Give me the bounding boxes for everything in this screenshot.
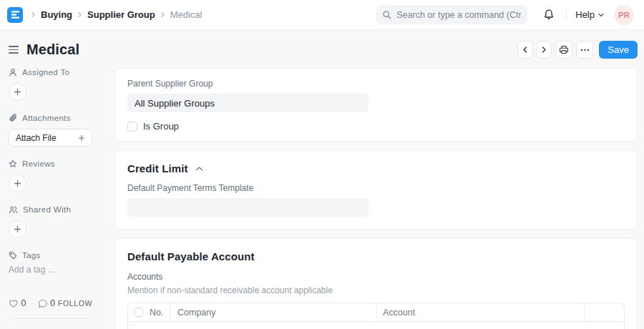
attachments-section: Attachments bbox=[9, 114, 104, 122]
chevron-right-icon bbox=[77, 11, 83, 18]
dot-separator: · bbox=[30, 298, 33, 308]
sidebar-divider bbox=[9, 318, 92, 319]
plus-icon bbox=[14, 225, 21, 233]
tags-label: Tags bbox=[22, 251, 41, 260]
accounts-label: Accounts bbox=[127, 272, 625, 282]
previous-document-button[interactable] bbox=[517, 41, 533, 59]
sidebar-toggle-button[interactable] bbox=[7, 43, 23, 57]
star-icon bbox=[9, 159, 17, 168]
attach-file-label: Attach File bbox=[16, 133, 57, 143]
chevron-right-icon bbox=[540, 46, 547, 54]
select-all-checkbox[interactable] bbox=[134, 308, 143, 317]
print-button[interactable] bbox=[555, 41, 572, 59]
comment-icon[interactable] bbox=[38, 299, 47, 308]
assigned-to-label: Assigned To bbox=[22, 68, 69, 77]
tag-icon bbox=[9, 251, 17, 260]
search-icon bbox=[382, 10, 391, 19]
add-assignment-button[interactable] bbox=[9, 83, 26, 101]
printer-icon bbox=[559, 45, 569, 54]
header-cell-account: Account bbox=[377, 303, 585, 321]
paperclip-icon bbox=[9, 114, 17, 122]
no-column-label: No. bbox=[150, 308, 163, 318]
breadcrumb-buying[interactable]: Buying bbox=[41, 9, 72, 20]
breadcrumb-supplier-group[interactable]: Supplier Group bbox=[87, 9, 155, 20]
attachments-label: Attachments bbox=[22, 114, 71, 122]
header-cell-settings[interactable] bbox=[585, 303, 624, 321]
is-group-checkbox[interactable] bbox=[127, 122, 137, 132]
parent-supplier-group-value: All Supplier Groups bbox=[135, 98, 215, 109]
user-avatar[interactable]: PR bbox=[614, 5, 634, 25]
chevron-left-icon bbox=[522, 46, 529, 54]
assigned-to-section: Assigned To bbox=[9, 68, 104, 77]
add-review-button[interactable] bbox=[9, 175, 26, 192]
credit-limit-header[interactable]: Credit Limit bbox=[127, 162, 625, 175]
help-label: Help bbox=[575, 9, 595, 20]
shared-with-section: Shared With bbox=[9, 205, 104, 214]
payment-terms-label: Default Payment Terms Template bbox=[127, 183, 625, 193]
section-details: Parent Supplier Group All Supplier Group… bbox=[114, 68, 638, 142]
chevron-up-icon[interactable] bbox=[195, 166, 203, 172]
accounts-description: Mention if non-standard receivable accou… bbox=[127, 285, 625, 295]
navbar-left: Buying Supplier Group Medical bbox=[7, 7, 202, 23]
social-row: 0 · 0 FOLLOW bbox=[9, 298, 92, 308]
header-cell-company: Company bbox=[170, 303, 377, 321]
add-share-button[interactable] bbox=[9, 220, 26, 238]
navbar-divider bbox=[566, 9, 567, 21]
chevron-right-icon bbox=[160, 11, 166, 18]
search-input[interactable] bbox=[396, 10, 521, 20]
app-window: Buying Supplier Group Medical Help PR bbox=[0, 0, 644, 329]
navbar: Buying Supplier Group Medical Help PR bbox=[0, 0, 644, 30]
attach-file-button[interactable]: Attach File bbox=[9, 129, 92, 147]
form-sidebar: Assigned To Attachments Attach File Revi… bbox=[9, 68, 104, 329]
page-title: Medical bbox=[26, 41, 79, 58]
shared-with-label: Shared With bbox=[23, 205, 71, 214]
tags-section: Tags bbox=[9, 251, 104, 260]
default-payment-terms-field[interactable] bbox=[127, 198, 369, 217]
reviews-section: Reviews bbox=[9, 159, 104, 168]
payable-account-title: Default Payable Account bbox=[127, 250, 255, 262]
is-group-label: Is Group bbox=[143, 121, 179, 132]
ellipsis-icon bbox=[580, 49, 590, 51]
follow-button[interactable]: FOLLOW bbox=[58, 299, 92, 308]
credit-limit-title: Credit Limit bbox=[127, 162, 188, 175]
add-tag-input[interactable]: Add a tag ... bbox=[9, 265, 104, 275]
breadcrumb-current: Medical bbox=[170, 9, 203, 20]
next-document-button[interactable] bbox=[536, 41, 552, 59]
global-search[interactable] bbox=[376, 5, 527, 24]
plus-icon bbox=[14, 88, 21, 96]
payable-account-header: Default Payable Account bbox=[127, 250, 625, 262]
more-options-button[interactable] bbox=[576, 41, 593, 59]
header-cell-no: No. bbox=[128, 303, 170, 321]
accounts-table: No. Company Account bbox=[127, 303, 625, 329]
accounts-table-empty-state bbox=[128, 322, 624, 329]
breadcrumb: Buying Supplier Group Medical bbox=[30, 9, 202, 20]
parent-supplier-group-label: Parent Supplier Group bbox=[127, 79, 625, 89]
save-button[interactable]: Save bbox=[599, 41, 638, 59]
is-group-row: Is Group bbox=[127, 121, 625, 132]
comments-count: 0 bbox=[50, 298, 55, 308]
erpnext-logo-icon[interactable] bbox=[7, 7, 23, 23]
help-menu-button[interactable]: Help bbox=[575, 9, 604, 20]
likes-count: 0 bbox=[21, 298, 26, 308]
notifications-bell-button[interactable] bbox=[540, 6, 557, 24]
plus-icon bbox=[14, 180, 21, 187]
form-main: Parent Supplier Group All Supplier Group… bbox=[114, 68, 638, 329]
section-credit-limit: Credit Limit Default Payment Terms Templ… bbox=[114, 150, 638, 230]
section-payable-account: Default Payable Account Accounts Mention… bbox=[114, 238, 638, 329]
reviews-label: Reviews bbox=[22, 159, 55, 168]
heart-icon[interactable] bbox=[9, 299, 18, 308]
chevron-right-icon bbox=[30, 11, 36, 18]
page-actions: Save bbox=[517, 41, 638, 59]
parent-supplier-group-field[interactable]: All Supplier Groups bbox=[127, 94, 369, 112]
chevron-down-icon bbox=[598, 13, 604, 17]
page-body: Assigned To Attachments Attach File Revi… bbox=[0, 68, 644, 329]
accounts-table-header: No. Company Account bbox=[128, 303, 624, 322]
page-header: Medical Save bbox=[7, 40, 638, 59]
plus-icon bbox=[78, 134, 85, 142]
user-icon bbox=[9, 68, 17, 77]
avatar-initials: PR bbox=[618, 11, 630, 19]
navbar-right: Help PR bbox=[376, 5, 634, 25]
users-icon bbox=[9, 205, 18, 214]
